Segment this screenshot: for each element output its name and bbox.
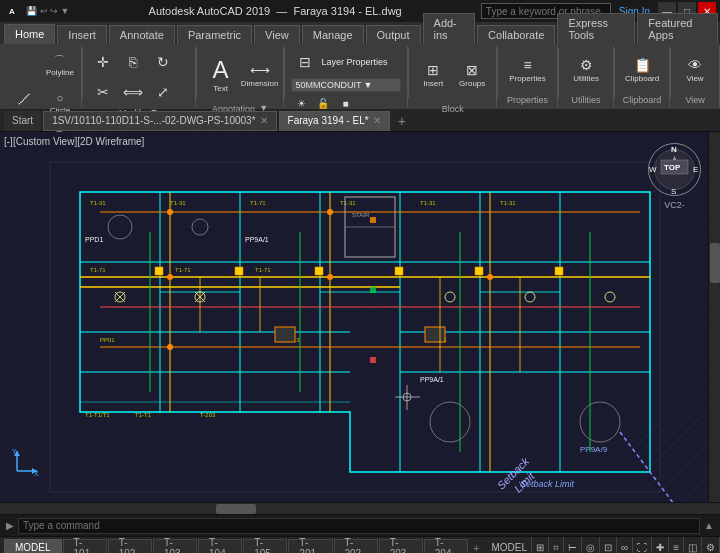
new-tab-button[interactable]: + — [392, 111, 412, 131]
tab-insert[interactable]: Insert — [57, 25, 107, 44]
insert-tool[interactable]: ⊞ Insert — [415, 48, 451, 102]
svg-text:N: N — [671, 145, 677, 154]
ribbon-group-annotation: A Text ⟷ Dimension Annotation ▼ — [197, 46, 285, 107]
copy-icon: ⎘ — [129, 54, 137, 70]
layout-tab-T201[interactable]: T-201 — [288, 539, 332, 554]
tab-home[interactable]: Home — [4, 24, 55, 44]
polyline-tool[interactable]: ⌒ Polyline — [45, 48, 75, 84]
tab-start[interactable]: Start — [4, 111, 41, 131]
tab-doc1-close[interactable]: ✕ — [260, 115, 268, 126]
trim-icon: ✂ — [97, 84, 109, 100]
svg-rect-77 — [370, 357, 376, 363]
rotate-icon: ↻ — [157, 54, 169, 70]
line-icon: ⟋ — [13, 88, 35, 110]
svg-text:E: E — [693, 165, 698, 174]
text-tool[interactable]: A Text — [203, 48, 239, 102]
clipboard-tool[interactable]: 📋 Clipboard — [624, 48, 660, 93]
svg-point-42 — [327, 274, 333, 280]
model-tab[interactable]: MODEL — [4, 539, 62, 554]
tab-annotate[interactable]: Annotate — [109, 25, 175, 44]
vscroll-thumb[interactable] — [710, 243, 720, 283]
status-dyn[interactable]: ✚ — [652, 537, 669, 553]
scale-icon: ⤢ — [157, 84, 169, 100]
dimension-tool[interactable]: ⟷ Dimension — [242, 48, 278, 102]
tab-manage[interactable]: Manage — [302, 25, 364, 44]
scale-tool[interactable]: ⤢ — [149, 78, 177, 106]
layout-tab-T202[interactable]: T-202 — [334, 539, 378, 554]
layout-tab-T203[interactable]: T-203 — [379, 539, 423, 554]
groups-tool[interactable]: ⊠ Groups — [454, 48, 490, 102]
copy-tool[interactable]: ⎘ — [119, 48, 147, 76]
layer-color-tool[interactable]: ■ — [335, 94, 355, 112]
cmd-expand[interactable]: ▲ — [704, 520, 714, 531]
rotate-tool[interactable]: ↻ — [149, 48, 177, 76]
svg-rect-60 — [425, 327, 445, 342]
status-lwt[interactable]: ≡ — [669, 537, 684, 553]
layer-lock-tool[interactable]: 🔓 — [313, 94, 333, 112]
properties-tool[interactable]: ≡ Properties — [510, 48, 546, 93]
titlebar-title: Autodesk AutoCAD 2019 — Faraya 3194 - EL… — [69, 5, 480, 17]
horizontal-scrollbar[interactable] — [0, 502, 720, 514]
tab-doc2-close[interactable]: ✕ — [373, 115, 381, 126]
tab-collaborate[interactable]: Collaborate — [477, 25, 555, 44]
ribbon-group-properties: ≡ Properties Properties — [498, 46, 558, 107]
status-settings[interactable]: ⚙ — [702, 537, 720, 553]
svg-text:T1-T1/T1: T1-T1/T1 — [85, 412, 110, 418]
move-tool[interactable]: ✛ — [89, 48, 117, 76]
groups-icon: ⊠ — [466, 63, 478, 77]
layout-tab-T105[interactable]: T-105 — [243, 539, 287, 554]
tab-expresstools[interactable]: Express Tools — [557, 13, 635, 44]
status-polar[interactable]: ◎ — [582, 537, 600, 553]
view-tool[interactable]: 👁 View — [677, 48, 713, 93]
polyline-icon: ⌒ — [54, 55, 65, 66]
status-snap[interactable]: ⌗ — [549, 537, 564, 553]
mirror-tool[interactable]: ⟺ — [119, 78, 147, 106]
svg-text:PP9A/1: PP9A/1 — [420, 376, 444, 383]
tab-featuredapps[interactable]: Featured Apps — [637, 13, 718, 44]
layer-freeze-tool[interactable]: ☀ — [291, 94, 311, 112]
layers-icon: ⊟ — [299, 54, 311, 70]
status-tp[interactable]: ◫ — [684, 537, 702, 553]
svg-text:Y: Y — [12, 448, 17, 455]
tab-doc2[interactable]: Faraya 3194 - EL* ✕ — [279, 111, 390, 131]
quick-access-toolbar[interactable]: 💾 ↩ ↪ ▼ — [26, 6, 69, 16]
layout-tab-T104[interactable]: T-104 — [198, 539, 242, 554]
layout-tab-T204[interactable]: T-204 — [424, 539, 468, 554]
ribbon-group-draw: ⟋ Line ⌒ Polyline ○ Circle ⌒ Arc Draw — [0, 46, 82, 107]
ribbon-tabs: Home Insert Annotate Parametric View Man… — [0, 22, 720, 44]
hscroll-thumb[interactable] — [216, 504, 256, 514]
layer-dropdown[interactable]: 50MMCONDUIT ▼ — [291, 78, 401, 92]
viewport[interactable]: T1-31 T1-31 T1-71 T1-31 T1-31 T1-31 T1-7… — [0, 132, 720, 502]
status-otrack[interactable]: ∞ — [617, 537, 633, 553]
vertical-scrollbar[interactable] — [708, 132, 720, 502]
layout-tab-T102[interactable]: T-102 — [108, 539, 152, 554]
add-layout-button[interactable]: + — [469, 542, 483, 554]
move-icon: ✛ — [97, 54, 109, 70]
layout-tab-T101[interactable]: T-101 — [63, 539, 107, 554]
ribbon-group-modify: ✛ ⎘ ↻ ✂ ⟺ ⤢ Modify ▼ — [83, 46, 196, 107]
status-model[interactable]: MODEL — [487, 537, 532, 553]
layout-tab-T103[interactable]: T-103 — [153, 539, 197, 554]
app-icon: A — [4, 3, 20, 19]
tab-output[interactable]: Output — [366, 25, 421, 44]
svg-rect-2 — [0, 132, 720, 502]
svg-text:PPD1: PPD1 — [85, 236, 103, 243]
trim-tool[interactable]: ✂ — [89, 78, 117, 106]
svg-text:T1-T1: T1-T1 — [135, 412, 152, 418]
utilities-tool[interactable]: ⚙ Utilities — [568, 48, 604, 93]
status-grid[interactable]: ⊞ — [532, 537, 549, 553]
tabs-bar: Start 1SV/10110-110D11-S-...-02-DWG-PS-1… — [0, 110, 720, 132]
svg-text:T1-31: T1-31 — [420, 200, 436, 206]
status-ducs[interactable]: ⛶ — [633, 537, 652, 553]
tab-view[interactable]: View — [254, 25, 300, 44]
status-ortho[interactable]: ⊢ — [564, 537, 582, 553]
view-icon: 👁 — [688, 58, 702, 72]
compass[interactable]: N S E W TOP VC2- — [647, 142, 702, 197]
status-osnap[interactable]: ⊡ — [600, 537, 617, 553]
tab-addins[interactable]: Add-ins — [423, 13, 476, 44]
tab-parametric[interactable]: Parametric — [177, 25, 252, 44]
command-input[interactable] — [18, 518, 700, 534]
svg-text:W: W — [649, 165, 657, 174]
layer-properties-tool[interactable]: ⊟ — [291, 48, 319, 76]
tab-doc1[interactable]: 1SV/10110-110D11-S-...-02-DWG-PS-10003* … — [43, 111, 276, 131]
